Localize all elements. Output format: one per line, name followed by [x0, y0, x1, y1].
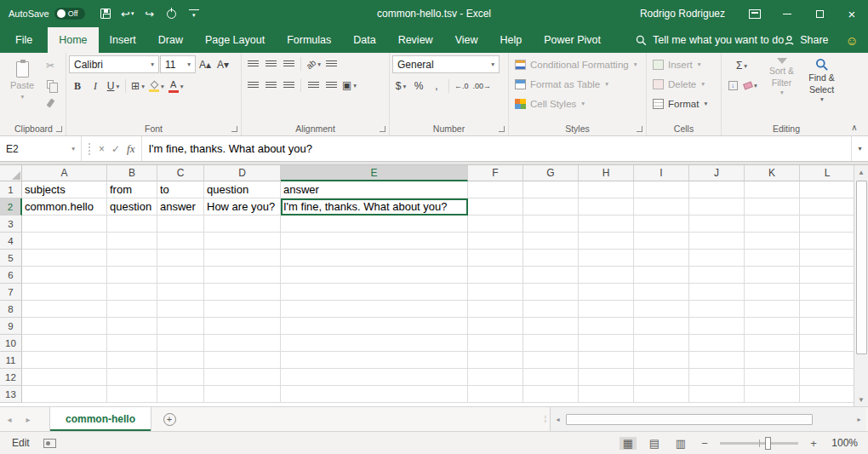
cell-L1[interactable]	[800, 181, 854, 198]
paste-button[interactable]: Paste ▾	[4, 55, 40, 115]
increase-indent-button[interactable]	[323, 77, 340, 94]
cell-G3[interactable]	[523, 216, 579, 233]
insert-function-button[interactable]: fx	[127, 142, 134, 156]
cell-C7[interactable]	[157, 284, 204, 301]
cell-I10[interactable]	[634, 335, 689, 352]
row-header-13[interactable]: 13	[0, 386, 22, 403]
cell-F13[interactable]	[468, 386, 523, 403]
alignment-dialog-launcher-icon[interactable]	[380, 126, 385, 132]
cell-J4[interactable]	[689, 233, 745, 250]
cell-J1[interactable]	[689, 181, 745, 198]
font-name-select[interactable]: Calibri ▾	[69, 55, 159, 73]
customize-quick-access-toolbar-button[interactable]: ▾	[184, 3, 204, 25]
zoom-in-button[interactable]: +	[808, 437, 819, 450]
cell-C2[interactable]: answer	[157, 198, 204, 216]
cell-J12[interactable]	[689, 369, 745, 386]
cell-C12[interactable]	[157, 369, 204, 386]
cell-A5[interactable]	[22, 250, 107, 267]
cell-F2[interactable]	[468, 198, 523, 216]
cell-J6[interactable]	[689, 267, 745, 284]
cell-F7[interactable]	[468, 284, 523, 301]
column-header-A[interactable]: A	[22, 165, 107, 181]
cell-I2[interactable]	[634, 198, 689, 216]
delete-cells-button[interactable]: Delete ▾	[649, 75, 708, 93]
cell-K4[interactable]	[745, 233, 800, 250]
cell-A11[interactable]	[22, 352, 107, 369]
cell-B9[interactable]	[107, 318, 157, 335]
cell-A8[interactable]	[22, 301, 107, 318]
cell-C4[interactable]	[157, 233, 204, 250]
cell-D2[interactable]: How are you?	[204, 198, 281, 216]
cell-E10[interactable]	[281, 335, 468, 352]
cell-E7[interactable]	[281, 284, 468, 301]
tab-power-pivot[interactable]: Power Pivot	[533, 27, 612, 53]
cell-C1[interactable]: to	[157, 181, 204, 198]
merge-center-button[interactable]: ▣▾	[340, 77, 358, 94]
cell-I7[interactable]	[634, 284, 689, 301]
cell-B11[interactable]	[107, 352, 157, 369]
cell-L7[interactable]	[800, 284, 854, 301]
cell-H13[interactable]	[579, 386, 634, 403]
zoom-level[interactable]: 100%	[829, 437, 858, 449]
vertical-scrollbar[interactable]: ▲ ▼	[854, 165, 868, 406]
cell-styles-button[interactable]: Cell Styles ▾	[511, 95, 588, 112]
column-header-B[interactable]: B	[107, 165, 157, 181]
cell-J10[interactable]	[689, 335, 745, 352]
decrease-indent-button[interactable]	[305, 77, 322, 94]
clipboard-dialog-launcher-icon[interactable]	[56, 126, 62, 132]
increase-decimal-button[interactable]: ←.0	[453, 78, 471, 95]
cell-A3[interactable]	[22, 216, 107, 233]
scroll-down-icon[interactable]: ▼	[854, 393, 868, 406]
cell-B6[interactable]	[107, 267, 157, 284]
row-header-6[interactable]: 6	[0, 267, 22, 284]
cell-F10[interactable]	[468, 335, 523, 352]
cell-B1[interactable]: from	[107, 181, 157, 198]
cell-J9[interactable]	[689, 318, 745, 335]
autosum-button[interactable]: Σ▾	[724, 57, 759, 74]
font-dialog-launcher-icon[interactable]	[231, 126, 237, 132]
clear-button[interactable]: ▾	[742, 77, 759, 94]
cell-E4[interactable]	[281, 233, 468, 250]
column-header-J[interactable]: J	[689, 165, 745, 181]
format-painter-button[interactable]	[42, 95, 59, 112]
accounting-format-button[interactable]: $▾	[392, 78, 409, 95]
cell-E3[interactable]	[281, 216, 468, 233]
row-header-7[interactable]: 7	[0, 284, 22, 301]
cell-I1[interactable]	[634, 181, 689, 198]
cell-H3[interactable]	[579, 216, 634, 233]
zoom-slider[interactable]	[720, 442, 798, 445]
font-size-select[interactable]: 11 ▾	[160, 55, 196, 73]
cell-A12[interactable]	[22, 369, 107, 386]
cell-D12[interactable]	[204, 369, 281, 386]
orientation-button[interactable]: ab▾	[305, 55, 323, 72]
formula-bar-expand-button[interactable]: ▾	[851, 136, 868, 161]
cell-H5[interactable]	[579, 250, 634, 267]
column-header-L[interactable]: L	[800, 165, 854, 181]
share-button[interactable]: Share	[784, 27, 828, 53]
tab-home[interactable]: Home	[48, 27, 98, 53]
cell-E11[interactable]	[281, 352, 468, 369]
tab-draw[interactable]: Draw	[147, 27, 194, 53]
save-button[interactable]	[95, 3, 116, 25]
horizontal-scrollbar-track[interactable]	[565, 407, 852, 431]
cell-G9[interactable]	[523, 318, 579, 335]
cell-B3[interactable]	[107, 216, 157, 233]
number-format-select[interactable]: General ▾	[392, 55, 500, 73]
enter-button[interactable]: ✓	[111, 143, 120, 155]
cell-B13[interactable]	[107, 386, 157, 403]
scroll-left-icon[interactable]: ◂	[551, 416, 565, 423]
row-header-12[interactable]: 12	[0, 369, 22, 386]
cell-L2[interactable]	[800, 198, 854, 216]
sort-filter-button[interactable]: Sort & Filter ▾	[762, 55, 802, 97]
cell-F12[interactable]	[468, 369, 523, 386]
view-page-break-button[interactable]: ▥	[672, 437, 689, 450]
cell-L6[interactable]	[800, 267, 854, 284]
cell-I5[interactable]	[634, 250, 689, 267]
cell-G11[interactable]	[523, 352, 579, 369]
row-header-8[interactable]: 8	[0, 301, 22, 318]
column-header-C[interactable]: C	[157, 165, 204, 181]
cell-I12[interactable]	[634, 369, 689, 386]
tab-insert[interactable]: Insert	[99, 27, 147, 53]
italic-button[interactable]: I	[87, 78, 104, 95]
cell-D1[interactable]: question	[204, 181, 281, 198]
